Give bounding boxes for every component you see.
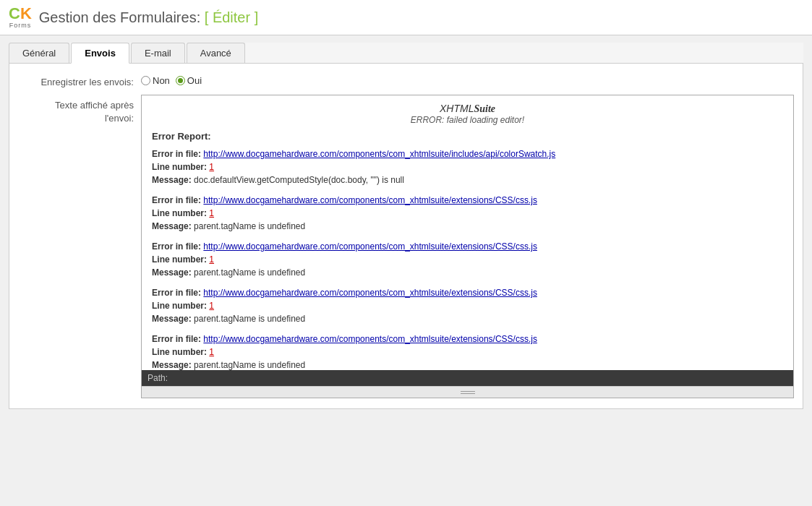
error-num-1: 1 [209, 162, 214, 172]
error-num-4: 1 [209, 301, 214, 311]
texte-editor-row: Texte affiché après l'envoi: XHTMLSuite … [9, 92, 803, 401]
error-block-4: Error in file: http://www.docgamehardwar… [152, 286, 783, 325]
error-line-4: Line number: 1 [152, 299, 783, 312]
tab-content-envois: Enregistrer les envois: Non Oui Texte af… [9, 64, 803, 409]
error-file-link-4[interactable]: http://www.docgamehardware.com/component… [203, 288, 537, 298]
tab-general[interactable]: Général [9, 43, 69, 63]
content: Général Envois E-mail Avancé Enregistrer… [0, 35, 812, 416]
logo-forms: Forms [9, 22, 32, 29]
radio-non-circle[interactable] [141, 76, 150, 85]
error-file-4: Error in file: http://www.docgamehardwar… [152, 286, 783, 299]
resize-icon[interactable] [461, 390, 475, 395]
page-title-text: Gestion des Formulaires: [39, 9, 200, 25]
xhtml-title-text: XHTMLSuite [440, 103, 495, 114]
error-line-2: Line number: 1 [152, 207, 783, 220]
error-num-5: 1 [209, 347, 214, 357]
error-msg-text-1: doc.defaultView.getComputedStyle(doc.bod… [194, 175, 404, 185]
error-file-1: Error in file: http://www.docgamehardwar… [152, 147, 783, 160]
error-block-5: Error in file: http://www.docgamehardwar… [152, 333, 783, 370]
resize-line-2 [461, 393, 475, 394]
xhtml-title: XHTMLSuite [152, 103, 783, 115]
error-block-3: Error in file: http://www.docgamehardwar… [152, 240, 783, 279]
error-file-2: Error in file: http://www.docgamehardwar… [152, 194, 783, 207]
error-file-link-2[interactable]: http://www.docgamehardware.com/component… [203, 195, 537, 205]
error-num-3: 1 [209, 254, 214, 265]
error-msg-1: Message: doc.defaultView.getComputedStyl… [152, 173, 783, 186]
error-block-1: Error in file: http://www.docgamehardwar… [152, 147, 783, 186]
tab-email[interactable]: E-mail [131, 43, 185, 63]
header: CK Forms Gestion des Formulaires: [ Édit… [0, 0, 812, 35]
xhtml-header: XHTMLSuite ERROR: failed loading editor! [152, 103, 783, 125]
error-msg-text-3: parent.tagName is undefined [194, 267, 305, 278]
radio-oui-option[interactable]: Oui [176, 75, 202, 86]
tab-avance[interactable]: Avancé [187, 43, 245, 63]
error-msg-5: Message: parent.tagName is undefined [152, 359, 783, 370]
error-msg-text-5: parent.tagName is undefined [194, 360, 305, 370]
error-line-5: Line number: 1 [152, 346, 783, 359]
logo-k: K [20, 4, 32, 22]
error-msg-text-2: parent.tagName is undefined [194, 221, 305, 231]
error-file-link-1[interactable]: http://www.docgamehardware.com/component… [203, 149, 555, 159]
enregistrer-label: Enregistrer les envois: [18, 75, 141, 87]
editor-container: XHTMLSuite ERROR: failed loading editor!… [141, 95, 794, 398]
editor-path-bar: Path: [142, 370, 793, 386]
tab-envois[interactable]: Envois [71, 43, 129, 64]
error-file-3: Error in file: http://www.docgamehardwar… [152, 240, 783, 253]
error-file-link-5[interactable]: http://www.docgamehardware.com/component… [203, 334, 537, 344]
error-report-title: Error Report: [152, 131, 783, 142]
error-file-link-3[interactable]: http://www.docgamehardware.com/component… [203, 241, 537, 252]
error-num-2: 1 [209, 208, 214, 218]
radio-non-label: Non [153, 75, 170, 86]
logo: CK Forms [9, 6, 32, 29]
radio-non-option[interactable]: Non [141, 75, 170, 86]
page-title: Gestion des Formulaires: [ Éditer ] [39, 9, 258, 26]
radio-oui-label: Oui [187, 75, 202, 86]
path-label: Path: [148, 373, 168, 383]
error-msg-2: Message: parent.tagName is undefined [152, 220, 783, 233]
editor-scroll[interactable]: XHTMLSuite ERROR: failed loading editor!… [142, 95, 793, 370]
editor-resize-handle[interactable] [142, 386, 793, 398]
tabs: Général Envois E-mail Avancé [9, 43, 803, 64]
error-line-1: Line number: 1 [152, 160, 783, 173]
radio-oui-circle[interactable] [176, 76, 185, 85]
resize-line-1 [461, 391, 475, 392]
error-file-5: Error in file: http://www.docgamehardwar… [152, 333, 783, 346]
error-msg-4: Message: parent.tagName is undefined [152, 312, 783, 325]
logo-c: C [9, 4, 20, 22]
error-block-2: Error in file: http://www.docgamehardwar… [152, 194, 783, 233]
enregistrer-field: Non Oui [141, 75, 202, 86]
xhtml-error-text: ERROR: failed loading editor! [152, 115, 783, 125]
texte-label-line1: Texte affiché après [55, 100, 134, 111]
error-msg-3: Message: parent.tagName is undefined [152, 266, 783, 279]
enregistrer-row: Enregistrer les envois: Non Oui [9, 71, 803, 92]
error-msg-text-4: parent.tagName is undefined [194, 314, 305, 324]
texte-label-line2: l'envoi: [105, 113, 134, 124]
edit-link[interactable]: [ Éditer ] [205, 9, 258, 25]
texte-label: Texte affiché après l'envoi: [18, 95, 141, 125]
logo-ck: CK [9, 6, 32, 22]
error-line-3: Line number: 1 [152, 253, 783, 266]
